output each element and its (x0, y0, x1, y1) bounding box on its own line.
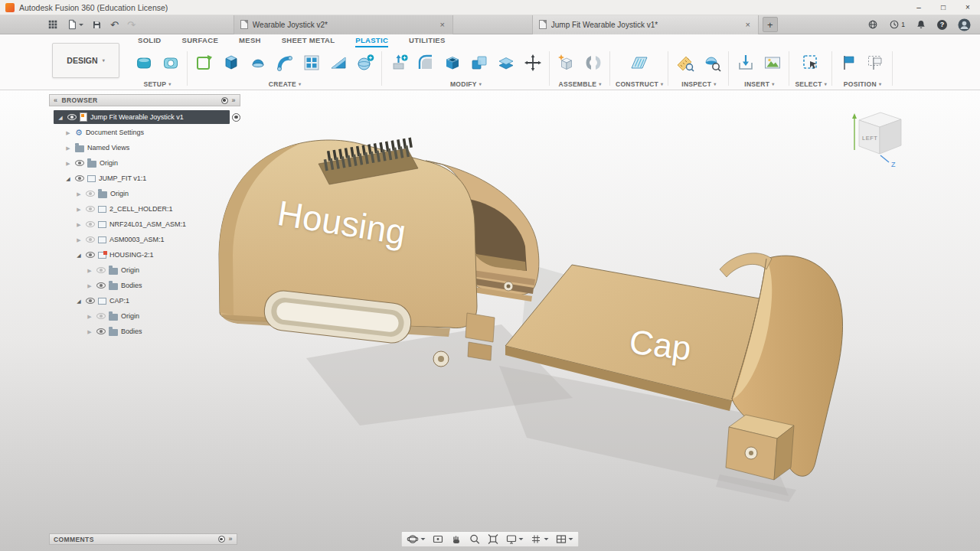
expand-triangle-icon[interactable]: ◢ (64, 176, 72, 181)
save-icon[interactable] (92, 20, 102, 30)
visibility-eye-icon[interactable] (75, 160, 84, 166)
user-avatar[interactable] (958, 18, 971, 31)
expand-triangle-icon[interactable]: ▶ (86, 329, 93, 334)
redo-icon[interactable]: ↷ (127, 20, 136, 30)
expand-chevron-icon[interactable]: » (229, 536, 233, 543)
tab-solid[interactable]: SOLID (138, 36, 162, 47)
tree-row-bodies[interactable]: ▶ Bodies (49, 324, 240, 339)
expand-triangle-icon[interactable]: ▶ (86, 268, 93, 273)
expand-triangle-icon[interactable]: ▶ (75, 237, 83, 243)
tree-row-bodies[interactable]: ▶ Bodies (49, 278, 240, 293)
expand-triangle-icon[interactable]: ▶ (86, 314, 93, 319)
browser-panel-header[interactable]: « BROWSER » (49, 94, 240, 106)
move-copy-icon[interactable] (521, 51, 544, 74)
expand-triangle-icon[interactable]: ▶ (64, 161, 72, 166)
visibility-eye-icon[interactable] (86, 252, 95, 258)
create-group-dropdown[interactable]: CREATE▾ (269, 78, 301, 90)
pan-icon[interactable] (450, 533, 462, 545)
doc-tab-jump-fit-active[interactable]: Jump Fit Wearable Joystick v1* × (532, 15, 759, 34)
tree-root-row[interactable]: ◢ Jump Fit Wearable Joystick v1 (49, 109, 240, 125)
tree-row-origin[interactable]: ▶ Origin (49, 308, 240, 324)
expand-triangle-icon[interactable]: ▶ (64, 145, 72, 151)
construction-plane-icon[interactable] (628, 51, 651, 74)
expand-triangle-icon[interactable]: ▶ (75, 222, 83, 227)
new-tab-button[interactable]: + (763, 17, 778, 32)
expand-triangle-icon[interactable]: ▶ (86, 283, 93, 289)
joint-icon[interactable] (582, 51, 605, 74)
display-settings-icon[interactable] (505, 533, 524, 545)
extrude-icon[interactable] (220, 51, 243, 74)
section-analysis-icon[interactable] (701, 51, 724, 74)
select-group-dropdown[interactable]: SELECT▾ (795, 78, 827, 90)
select-icon[interactable] (799, 51, 822, 74)
tab-utilities[interactable]: UTILITIES (409, 36, 446, 47)
expand-triangle-icon[interactable]: ◢ (75, 298, 83, 304)
grid-snaps-icon[interactable] (531, 533, 549, 545)
tab-sheet-metal[interactable]: SHEET METAL (282, 36, 335, 47)
press-pull-icon[interactable] (387, 51, 410, 74)
capture-position-icon[interactable] (838, 51, 861, 74)
visibility-eye-icon[interactable] (96, 328, 106, 334)
create-sketch-icon[interactable] (193, 51, 216, 74)
tree-row-document-settings[interactable]: ▶ ⚙ Document Settings (49, 125, 240, 140)
workspace-selector[interactable]: DESIGN ▾ (52, 43, 119, 78)
revolve-icon[interactable] (247, 51, 270, 74)
visibility-eye-icon[interactable] (86, 298, 95, 304)
expand-triangle-icon[interactable]: ◢ (75, 253, 83, 258)
collapse-chevron-icon[interactable]: « (54, 97, 57, 104)
shell-icon[interactable] (441, 51, 464, 74)
close-tab-icon[interactable]: × (743, 20, 751, 29)
app-grid-icon[interactable] (47, 19, 58, 30)
insert-derive-icon[interactable] (734, 51, 757, 74)
visibility-eye-icon[interactable] (96, 313, 106, 319)
housing-model[interactable] (219, 140, 539, 367)
visibility-eye-icon[interactable] (96, 282, 106, 289)
construct-group-dropdown[interactable]: CONSTRUCT▾ (616, 78, 663, 90)
file-menu-icon[interactable] (67, 19, 83, 30)
tree-row-cap[interactable]: ◢ CAP:1 (49, 293, 240, 308)
doc-tab-wearable-joystick-v2[interactable]: Wearable Joystick v2* × (234, 15, 453, 34)
decal-icon[interactable] (761, 51, 784, 74)
visibility-eye-icon[interactable] (75, 175, 84, 181)
notifications-bell-icon[interactable] (916, 19, 926, 30)
activate-component-radio[interactable] (232, 113, 240, 122)
tree-row-jump-fit[interactable]: ◢ JUMP_FIT v1:1 (49, 171, 240, 186)
offset-face-icon[interactable] (495, 51, 518, 74)
tab-mesh[interactable]: MESH (239, 36, 261, 47)
collaboration-globe-icon[interactable] (867, 19, 878, 30)
viewcube[interactable]: LEFT Z (852, 112, 901, 168)
zoom-icon[interactable] (469, 533, 480, 545)
close-button[interactable]: × (956, 0, 980, 15)
expand-triangle-icon[interactable]: ▶ (75, 191, 83, 197)
visibility-eye-icon[interactable] (86, 206, 95, 212)
help-icon[interactable]: ? (937, 20, 947, 30)
visibility-eye-icon[interactable] (67, 114, 77, 120)
tree-row-origin[interactable]: ▶ Origin (49, 186, 240, 201)
loft-icon[interactable] (327, 51, 350, 74)
expand-triangle-icon[interactable]: ▶ (64, 130, 72, 135)
viewcube-face-label[interactable]: LEFT (862, 135, 877, 142)
maximize-button[interactable]: □ (931, 0, 956, 15)
tree-row-housing[interactable]: ◢ HOUSING-2:1 (49, 247, 240, 262)
tab-plastic[interactable]: PLASTIC (355, 36, 388, 47)
expand-triangle-icon[interactable]: ▶ (75, 207, 83, 212)
look-at-icon[interactable] (432, 533, 443, 545)
orbit-icon[interactable] (407, 533, 426, 545)
sweep-icon[interactable] (273, 51, 296, 74)
new-component-icon[interactable] (555, 51, 578, 74)
tree-row-origin[interactable]: ▶ Origin (49, 155, 240, 171)
visibility-eye-icon[interactable] (86, 236, 95, 243)
revert-position-icon[interactable] (864, 51, 887, 74)
tree-row-named-views[interactable]: ▶ Named Views (49, 140, 240, 155)
undo-icon[interactable]: ↶ (110, 20, 119, 30)
comments-panel-header[interactable]: COMMENTS » (49, 533, 237, 545)
measure-icon[interactable] (674, 51, 697, 74)
comments-options-icon[interactable] (218, 536, 225, 543)
setup-group-dropdown[interactable]: SETUP▾ (143, 78, 171, 90)
tree-row-nrf24l01[interactable]: ▶ NRF24L01_ASM_ASM:1 (49, 217, 240, 232)
edit-plastic-rule-icon[interactable] (159, 51, 182, 74)
visibility-eye-icon[interactable] (86, 191, 95, 197)
expand-triangle-icon[interactable]: ◢ (57, 115, 64, 120)
inspect-group-dropdown[interactable]: INSPECT▾ (681, 78, 716, 90)
form-icon[interactable] (354, 51, 377, 74)
